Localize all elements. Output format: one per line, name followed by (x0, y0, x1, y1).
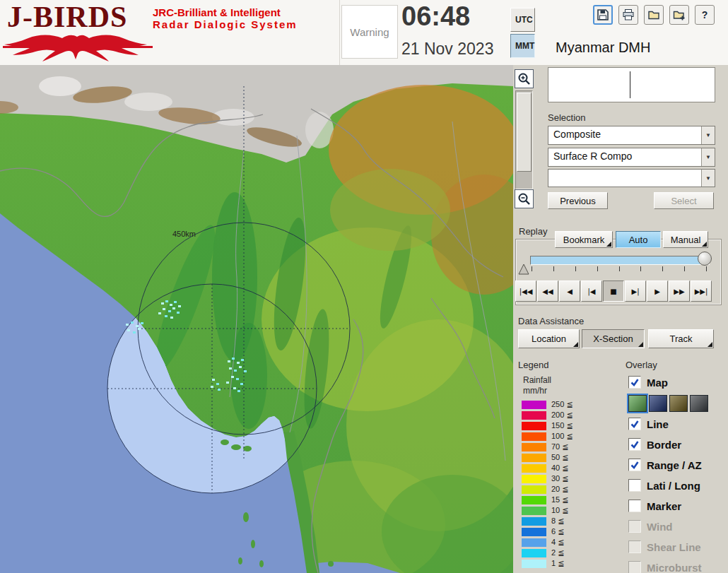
chevron-down-icon[interactable]: ▼ (701, 170, 715, 187)
save-button[interactable] (593, 5, 613, 25)
track-button[interactable]: Track (648, 329, 714, 348)
product-category-select[interactable]: Composite ▼ (548, 126, 715, 145)
legend-unit: mm/hr (523, 386, 547, 396)
unchecked-checkbox[interactable] (628, 500, 641, 512)
product-option-select[interactable]: ▼ (548, 169, 715, 187)
location-button[interactable]: Location (518, 329, 580, 348)
overlay-item-map[interactable]: Map (628, 374, 727, 390)
overlay-item-border[interactable]: Border (628, 437, 727, 452)
auto-replay-button[interactable]: Auto (616, 231, 661, 248)
product-type-select[interactable]: Surface R Compo ▼ (548, 148, 715, 167)
legend-value: 150 ≦ (551, 421, 573, 430)
legend-row: 2 ≦ (522, 548, 573, 558)
overlay-label: Microburst (647, 562, 702, 573)
save-as-button[interactable] (669, 5, 689, 25)
data-assistance-label: Data Assistance (518, 316, 584, 326)
overlay-item-line[interactable]: Line (628, 416, 727, 432)
checked-checkbox[interactable] (628, 376, 641, 389)
legend-color-swatch (522, 528, 546, 536)
playback-stop-button[interactable]: ■ (603, 280, 624, 302)
selection-section-label: Selection (548, 112, 585, 123)
legend-section-label: Legend (518, 360, 548, 370)
timeline-tick (619, 266, 620, 271)
timeline-slider-handle[interactable] (698, 252, 712, 266)
playback-play-button[interactable]: ▶ (647, 280, 668, 302)
utc-button[interactable]: UTC (510, 8, 535, 32)
check-icon (630, 439, 640, 449)
legend-color-swatch (522, 422, 546, 430)
unchecked-checkbox[interactable] (628, 479, 641, 492)
menu-corner-icon (702, 242, 707, 247)
mmt-button[interactable]: MMT (510, 34, 535, 58)
print-button[interactable] (618, 5, 638, 25)
select-button[interactable]: Select (654, 192, 714, 209)
legend-color-swatch (522, 517, 546, 526)
x-section-button-label: X-Section (593, 333, 633, 344)
logo-subtitle-line1: JRC-Brilliant & Intelligent (153, 6, 298, 18)
control-panel: Selection Composite ▼ Surface R Compo ▼ … (513, 65, 728, 573)
chevron-down-icon[interactable]: ▼ (701, 148, 715, 166)
checked-checkbox[interactable] (628, 438, 641, 451)
legend-color-swatch (522, 454, 546, 462)
print-icon (622, 8, 635, 21)
overlay-label: Lati / Long (647, 480, 700, 492)
eagle-logo-icon (3, 33, 153, 62)
bookmark-button[interactable]: Bookmark (555, 231, 613, 248)
overlay-label: Wind (647, 521, 673, 533)
app-logo-title: J-BIRDS (7, 0, 127, 34)
legend-color-swatch (522, 464, 546, 473)
legend-value: 8 ≦ (551, 516, 564, 526)
legend-value: 70 ≦ (551, 442, 569, 451)
legend-row: 250 ≦ (522, 399, 573, 410)
playback-rewind-button[interactable]: ◀◀ (537, 280, 558, 302)
previous-button[interactable]: Previous (548, 192, 608, 209)
legend-value: 200 ≦ (551, 410, 573, 420)
checked-checkbox[interactable] (628, 418, 641, 430)
manual-button-label: Manual (671, 235, 701, 245)
legend-row: 4 ≦ (522, 537, 573, 548)
timeline-tick (706, 266, 707, 271)
map-style-option-4[interactable] (690, 395, 708, 412)
legend-color-swatch (522, 538, 546, 547)
menu-corner-icon (573, 342, 578, 347)
legend-row: 20 ≦ (522, 484, 573, 495)
menu-corner-icon (606, 242, 611, 247)
zoom-in-button[interactable] (515, 69, 534, 88)
overlay-label: Shear Line (647, 541, 701, 553)
playback-step-back-button[interactable]: |◀ (581, 280, 602, 302)
timeline-tick (553, 266, 554, 271)
legend-color-swatch (522, 496, 546, 504)
scrollbar-thumb[interactable] (517, 93, 532, 172)
overlay-item-lati-long[interactable]: Lati / Long (628, 478, 727, 493)
playback-fast-forward-button[interactable]: ▶▶ (669, 280, 690, 302)
map-zoom-scrollbar[interactable] (515, 90, 533, 189)
chevron-down-icon[interactable]: ▼ (701, 126, 715, 144)
map-style-option-2[interactable] (649, 395, 667, 412)
playback-play-reverse-button[interactable]: ◀ (559, 280, 580, 302)
manual-replay-button[interactable]: Manual (663, 231, 708, 248)
playback-first-button[interactable]: |◀◀ (515, 280, 536, 302)
map-style-option-3[interactable] (669, 395, 688, 412)
legend-value: 2 ≦ (551, 548, 564, 557)
replay-timeline-track[interactable] (530, 256, 710, 265)
map-style-swatches (628, 395, 727, 412)
overlay-label: Map (647, 377, 668, 389)
location-button-label: Location (532, 333, 566, 344)
playback-last-button[interactable]: ▶▶| (691, 280, 712, 302)
x-section-button[interactable]: X-Section (582, 329, 645, 348)
status-text-field[interactable] (548, 67, 715, 102)
radar-map[interactable]: 450km (0, 65, 513, 573)
map-style-option-1[interactable] (628, 395, 647, 412)
legend-row: 50 ≦ (522, 452, 573, 463)
legend-row: 30 ≦ (522, 473, 573, 484)
checked-checkbox[interactable] (628, 459, 641, 471)
legend-value: 50 ≦ (551, 453, 569, 462)
open-folder-icon (647, 8, 660, 21)
playback-step-forward-button[interactable]: ▶| (625, 280, 646, 302)
overlay-item-range-az[interactable]: Range / AZ (628, 457, 727, 473)
terrain-art (0, 65, 513, 573)
help-button[interactable]: ? (695, 5, 715, 25)
open-file-button[interactable] (644, 5, 664, 25)
overlay-item-marker[interactable]: Marker (628, 498, 727, 514)
zoom-out-button[interactable] (515, 189, 534, 208)
